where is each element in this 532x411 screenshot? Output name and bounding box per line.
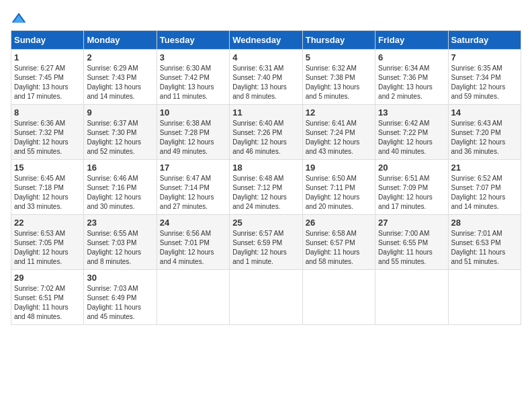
cell-text: Sunrise: 6:42 AMSunset: 7:22 PMDaylight:… — [378, 120, 433, 155]
calendar-header-row: SundayMondayTuesdayWednesdayThursdayFrid… — [11, 31, 521, 50]
cell-text: Sunrise: 6:50 AMSunset: 7:11 PMDaylight:… — [306, 175, 360, 210]
day-number: 21 — [451, 163, 518, 173]
calendar-cell: 6Sunrise: 6:34 AMSunset: 7:36 PMDaylight… — [375, 50, 448, 105]
calendar-cell: 24Sunrise: 6:56 AMSunset: 7:01 PMDayligh… — [157, 215, 229, 270]
cell-text: Sunrise: 6:47 AMSunset: 7:14 PMDaylight:… — [160, 175, 214, 210]
day-number: 24 — [160, 218, 226, 228]
day-number: 28 — [451, 218, 518, 228]
cell-text: Sunrise: 6:48 AMSunset: 7:12 PMDaylight:… — [232, 175, 287, 210]
calendar-cell: 1Sunrise: 6:27 AMSunset: 7:45 PMDaylight… — [11, 50, 84, 105]
calendar-cell: 22Sunrise: 6:53 AMSunset: 7:05 PMDayligh… — [11, 215, 84, 270]
calendar-cell — [157, 270, 229, 325]
cell-text: Sunrise: 6:55 AMSunset: 7:03 PMDaylight:… — [87, 230, 141, 265]
day-number: 18 — [232, 163, 299, 173]
calendar-cell: 26Sunrise: 6:58 AMSunset: 6:57 PMDayligh… — [302, 215, 375, 270]
calendar-cell: 12Sunrise: 6:41 AMSunset: 7:24 PMDayligh… — [302, 105, 375, 160]
calendar-cell: 14Sunrise: 6:43 AMSunset: 7:20 PMDayligh… — [448, 105, 521, 160]
day-number: 3 — [160, 52, 226, 62]
cell-text: Sunrise: 6:40 AMSunset: 7:26 PMDaylight:… — [232, 120, 287, 155]
day-number: 27 — [378, 218, 445, 228]
cell-text: Sunrise: 7:01 AMSunset: 6:53 PMDaylight:… — [451, 230, 506, 265]
calendar-cell: 28Sunrise: 7:01 AMSunset: 6:53 PMDayligh… — [448, 215, 521, 270]
calendar-cell: 5Sunrise: 6:32 AMSunset: 7:38 PMDaylight… — [302, 50, 375, 105]
cell-text: Sunrise: 6:58 AMSunset: 6:57 PMDaylight:… — [306, 230, 360, 265]
calendar-cell: 7Sunrise: 6:35 AMSunset: 7:34 PMDaylight… — [448, 50, 521, 105]
calendar-cell: 11Sunrise: 6:40 AMSunset: 7:26 PMDayligh… — [230, 105, 302, 160]
day-number: 8 — [14, 107, 81, 118]
cell-text: Sunrise: 7:02 AMSunset: 6:51 PMDaylight:… — [14, 285, 69, 320]
calendar-cell: 20Sunrise: 6:51 AMSunset: 7:09 PMDayligh… — [375, 160, 448, 215]
cell-text: Sunrise: 6:43 AMSunset: 7:20 PMDaylight:… — [451, 120, 506, 155]
calendar-cell: 8Sunrise: 6:36 AMSunset: 7:32 PMDaylight… — [11, 105, 84, 160]
day-number: 30 — [87, 273, 153, 283]
cell-text: Sunrise: 6:34 AMSunset: 7:36 PMDaylight:… — [378, 64, 433, 100]
calendar-cell: 25Sunrise: 6:57 AMSunset: 6:59 PMDayligh… — [230, 215, 302, 270]
day-number: 23 — [87, 218, 153, 228]
calendar-cell: 2Sunrise: 6:29 AMSunset: 7:43 PMDaylight… — [84, 50, 157, 105]
cell-text: Sunrise: 7:03 AMSunset: 6:49 PMDaylight:… — [87, 285, 141, 320]
cell-text: Sunrise: 6:30 AMSunset: 7:42 PMDaylight:… — [160, 64, 214, 100]
day-number: 4 — [232, 52, 299, 62]
cell-text: Sunrise: 6:45 AMSunset: 7:18 PMDaylight:… — [14, 175, 69, 210]
cell-text: Sunrise: 6:57 AMSunset: 6:59 PMDaylight:… — [232, 230, 287, 265]
day-number: 1 — [14, 52, 81, 62]
day-number: 20 — [378, 163, 445, 173]
day-number: 17 — [160, 163, 226, 173]
calendar-cell: 10Sunrise: 6:38 AMSunset: 7:28 PMDayligh… — [157, 105, 229, 160]
week-row-5: 29Sunrise: 7:02 AMSunset: 6:51 PMDayligh… — [11, 270, 521, 325]
calendar-cell: 17Sunrise: 6:47 AMSunset: 7:14 PMDayligh… — [157, 160, 229, 215]
header-monday: Monday — [84, 31, 157, 50]
calendar-cell: 27Sunrise: 7:00 AMSunset: 6:55 PMDayligh… — [375, 215, 448, 270]
week-row-1: 1Sunrise: 6:27 AMSunset: 7:45 PMDaylight… — [11, 50, 521, 105]
day-number: 5 — [306, 52, 372, 62]
calendar-table: SundayMondayTuesdayWednesdayThursdayFrid… — [11, 30, 521, 325]
calendar-cell: 3Sunrise: 6:30 AMSunset: 7:42 PMDaylight… — [157, 50, 229, 105]
calendar-cell: 30Sunrise: 7:03 AMSunset: 6:49 PMDayligh… — [84, 270, 157, 325]
day-number: 19 — [306, 163, 372, 173]
cell-text: Sunrise: 6:31 AMSunset: 7:40 PMDaylight:… — [232, 64, 287, 100]
calendar-cell — [448, 270, 521, 325]
calendar-cell: 15Sunrise: 6:45 AMSunset: 7:18 PMDayligh… — [11, 160, 84, 215]
day-number: 13 — [378, 107, 445, 118]
header-thursday: Thursday — [302, 31, 375, 50]
calendar-cell: 9Sunrise: 6:37 AMSunset: 7:30 PMDaylight… — [84, 105, 157, 160]
header-wednesday: Wednesday — [230, 31, 302, 50]
day-number: 14 — [451, 107, 518, 118]
cell-text: Sunrise: 6:46 AMSunset: 7:16 PMDaylight:… — [87, 175, 141, 210]
cell-text: Sunrise: 6:35 AMSunset: 7:34 PMDaylight:… — [451, 64, 506, 100]
day-number: 7 — [451, 52, 518, 62]
day-number: 16 — [87, 163, 153, 173]
week-row-3: 15Sunrise: 6:45 AMSunset: 7:18 PMDayligh… — [11, 160, 521, 215]
calendar-cell: 4Sunrise: 6:31 AMSunset: 7:40 PMDaylight… — [230, 50, 302, 105]
calendar-cell — [230, 270, 302, 325]
calendar-cell: 18Sunrise: 6:48 AMSunset: 7:12 PMDayligh… — [230, 160, 302, 215]
calendar-cell: 29Sunrise: 7:02 AMSunset: 6:51 PMDayligh… — [11, 270, 84, 325]
cell-text: Sunrise: 6:36 AMSunset: 7:32 PMDaylight:… — [14, 120, 69, 155]
calendar-cell: 16Sunrise: 6:46 AMSunset: 7:16 PMDayligh… — [84, 160, 157, 215]
calendar-cell — [302, 270, 375, 325]
day-number: 11 — [232, 107, 299, 118]
cell-text: Sunrise: 6:52 AMSunset: 7:07 PMDaylight:… — [451, 175, 506, 210]
header-sunday: Sunday — [11, 31, 84, 50]
calendar-cell — [375, 270, 448, 325]
logo — [11, 11, 30, 25]
cell-text: Sunrise: 6:38 AMSunset: 7:28 PMDaylight:… — [160, 120, 214, 155]
week-row-2: 8Sunrise: 6:36 AMSunset: 7:32 PMDaylight… — [11, 105, 521, 160]
cell-text: Sunrise: 6:53 AMSunset: 7:05 PMDaylight:… — [14, 230, 69, 265]
logo-icon — [11, 11, 27, 25]
cell-text: Sunrise: 6:32 AMSunset: 7:38 PMDaylight:… — [306, 64, 360, 100]
page-header — [11, 11, 521, 25]
cell-text: Sunrise: 6:27 AMSunset: 7:45 PMDaylight:… — [14, 64, 69, 100]
day-number: 26 — [306, 218, 372, 228]
day-number: 10 — [160, 107, 226, 118]
cell-text: Sunrise: 6:56 AMSunset: 7:01 PMDaylight:… — [160, 230, 214, 265]
day-number: 2 — [87, 52, 153, 62]
day-number: 22 — [14, 218, 81, 228]
week-row-4: 22Sunrise: 6:53 AMSunset: 7:05 PMDayligh… — [11, 215, 521, 270]
header-friday: Friday — [375, 31, 448, 50]
day-number: 15 — [14, 163, 81, 173]
calendar-cell: 13Sunrise: 6:42 AMSunset: 7:22 PMDayligh… — [375, 105, 448, 160]
cell-text: Sunrise: 7:00 AMSunset: 6:55 PMDaylight:… — [378, 230, 433, 265]
day-number: 25 — [232, 218, 299, 228]
cell-text: Sunrise: 6:51 AMSunset: 7:09 PMDaylight:… — [378, 175, 433, 210]
